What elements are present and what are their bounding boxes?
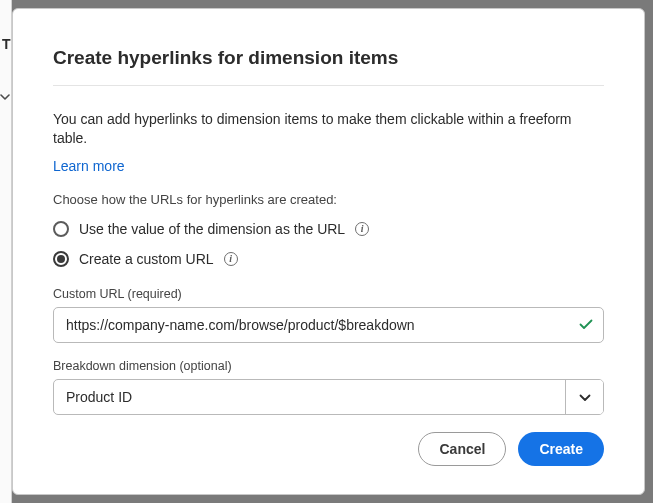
breakdown-select[interactable]: Product ID (53, 379, 604, 415)
select-toggle-button[interactable] (565, 380, 603, 414)
radio-label: Create a custom URL (79, 251, 214, 267)
background-text: T (2, 36, 11, 52)
dialog-title: Create hyperlinks for dimension items (53, 47, 604, 85)
breakdown-selected-value: Product ID (54, 380, 565, 414)
radio-label: Use the value of the dimension as the UR… (79, 221, 345, 237)
custom-url-input[interactable] (53, 307, 604, 343)
dialog-description: You can add hyperlinks to dimension item… (53, 110, 604, 148)
chevron-down-icon (579, 388, 591, 406)
info-icon[interactable]: i (224, 252, 238, 266)
cancel-button[interactable]: Cancel (418, 432, 506, 466)
divider (53, 85, 604, 86)
create-button[interactable]: Create (518, 432, 604, 466)
radio-use-dimension-value[interactable]: Use the value of the dimension as the UR… (53, 221, 604, 237)
choose-label: Choose how the URLs for hyperlinks are c… (53, 192, 604, 207)
info-icon[interactable]: i (355, 222, 369, 236)
create-hyperlinks-dialog: Create hyperlinks for dimension items Yo… (12, 8, 645, 495)
radio-icon (53, 221, 69, 237)
radio-icon (53, 251, 69, 267)
chevron-down-icon (0, 87, 10, 105)
checkmark-icon (579, 316, 593, 334)
radio-create-custom-url[interactable]: Create a custom URL i (53, 251, 604, 267)
custom-url-label: Custom URL (required) (53, 287, 604, 301)
breakdown-label: Breakdown dimension (optional) (53, 359, 604, 373)
learn-more-link[interactable]: Learn more (53, 158, 604, 174)
